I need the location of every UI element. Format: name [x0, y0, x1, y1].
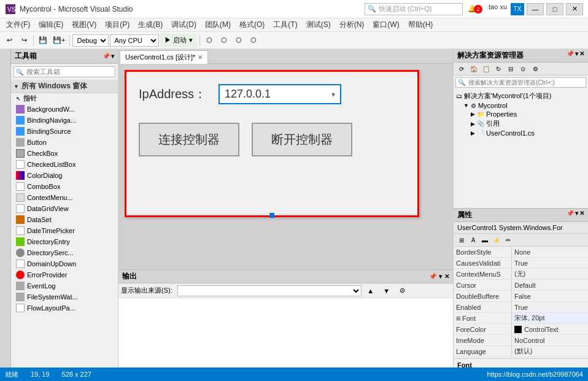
tree-item-references[interactable]: ▶ 📎 引用 [470, 118, 587, 129]
menu-analyze[interactable]: 分析(N) [336, 18, 368, 31]
toolbox-item[interactable]: BindingSource [11, 126, 118, 137]
menu-help[interactable]: 帮助(H) [404, 18, 437, 31]
tb-extra1[interactable]: ⬡ [217, 34, 231, 47]
props-category-btn[interactable]: ⊞ [456, 235, 467, 245]
sidebar-tab[interactable] [0, 49, 11, 381]
disconnect-button[interactable]: 断开控制器 [252, 123, 352, 156]
output-source-select[interactable] [177, 285, 362, 296]
toolbox-item[interactable]: ErrorProvider [11, 269, 118, 280]
toolbox-item[interactable]: DataGridView [11, 203, 118, 214]
output-menu-icon[interactable]: ▾ [439, 273, 442, 280]
output-pin-icon[interactable]: 📌 [429, 273, 436, 280]
toolbox-item[interactable]: DomainUpDown [11, 258, 118, 269]
save-all-button[interactable]: 💾+ [51, 34, 67, 47]
props-alpha-btn[interactable]: Α [468, 235, 479, 245]
toolbox-item[interactable]: DateTimePicker [11, 225, 118, 236]
toolbox-item[interactable]: FileSystemWat... [11, 291, 118, 302]
tree-item-solution[interactable]: 🗂 解决方案'Mycontrol'(1个项目) [455, 91, 587, 101]
sol-menu-icon[interactable]: ▾ [575, 50, 578, 61]
solution-search-input[interactable] [467, 78, 586, 87]
toolbox-item[interactable]: ContextMenu... [11, 192, 118, 203]
attach-button[interactable]: ⬡ [203, 34, 216, 47]
props-edit-btn[interactable]: ✏ [503, 235, 514, 245]
toolbox-item[interactable]: BindingNaviga... [11, 115, 118, 126]
maximize-button[interactable]: □ [546, 3, 563, 15]
props-close-icon[interactable]: ✕ [579, 210, 584, 220]
props-pin-icon[interactable]: 📌 [567, 210, 574, 220]
sol-filter-btn[interactable]: ⊙ [517, 64, 528, 74]
props-row-font[interactable]: ⊞ Font 宋体, 20pt [454, 313, 588, 324]
props-events-btn[interactable]: ⚡ [491, 235, 502, 245]
undo-button[interactable]: ↩ [2, 34, 16, 47]
menu-tools[interactable]: 工具(T) [269, 18, 301, 31]
toolbox-menu-icon[interactable]: ▾ [111, 53, 114, 60]
tab-close-icon[interactable]: ✕ [198, 54, 203, 61]
sol-settings-btn[interactable]: ⚙ [530, 64, 541, 74]
tab-designer[interactable]: UserControl1.cs [设计]* ✕ [120, 50, 208, 64]
user-control-designer[interactable]: IpAddress： 127.0.0.1 ▾ 连接控制器 断开控制器 [125, 70, 419, 217]
toolbox-item[interactable]: FlowLayoutPa... [11, 302, 118, 314]
toolbox-search-input[interactable] [25, 67, 115, 77]
toolbox-item[interactable]: DirectoryEntry [11, 236, 118, 247]
props-row-language[interactable]: Language (默认) [454, 346, 588, 357]
output-clear[interactable]: ⊘ [396, 284, 409, 298]
menu-edit[interactable]: 编辑(E) [35, 18, 67, 31]
close-button[interactable]: ✕ [566, 3, 583, 15]
notification-badge[interactable]: 🔔 2 [468, 3, 482, 15]
sol-collapse-btn[interactable]: ⊟ [505, 64, 516, 74]
menu-window[interactable]: 窗口(W) [369, 18, 403, 31]
toolbox-item[interactable]: CheckedListBox [11, 159, 118, 170]
platform-select[interactable]: Any CPU [110, 34, 159, 47]
menu-format[interactable]: 格式(O) [236, 18, 268, 31]
designer-area[interactable]: IpAddress： 127.0.0.1 ▾ 连接控制器 断开控制器 [118, 64, 453, 269]
menu-debug[interactable]: 调试(D) [168, 18, 200, 31]
props-row-doublebuffered[interactable]: DoubleBuffere False [454, 291, 588, 302]
sol-close-icon[interactable]: ✕ [579, 50, 584, 61]
solution-search-box[interactable]: 🔍 [455, 77, 586, 88]
toolbox-item[interactable]: EventLog [11, 280, 118, 291]
toolbox-item[interactable]: CheckBox [11, 148, 118, 159]
save-button[interactable]: 💾 [36, 34, 50, 47]
tree-item-properties[interactable]: ▶ 📁 Properties [470, 110, 587, 118]
props-row-cursor[interactable]: Cursor Default [454, 280, 588, 291]
toolbox-item[interactable]: ColorDialog [11, 170, 118, 181]
toolbox-item[interactable]: DirectorySerc... [11, 247, 118, 258]
debug-config-select[interactable]: Debug [72, 34, 109, 47]
sol-pin-icon[interactable]: 📌 [567, 50, 574, 61]
output-close-icon[interactable]: ✕ [444, 273, 449, 280]
tb-extra2[interactable]: ⬡ [232, 34, 246, 47]
menu-build[interactable]: 生成(B) [134, 18, 166, 31]
props-row-imemode[interactable]: ImeMode NoControl [454, 335, 588, 346]
props-row-enabled[interactable]: Enabled True [454, 302, 588, 313]
minimize-button[interactable]: — [527, 3, 544, 15]
props-row-forecolor[interactable]: ForeColor ControlText [454, 324, 588, 335]
redo-button[interactable]: ↪ [17, 34, 31, 47]
output-scroll-up[interactable]: ▲ [364, 284, 377, 298]
tree-item-usercontrol[interactable]: ▶ 📄 UserControl1.cs [470, 129, 587, 137]
props-props-btn[interactable]: ▬ [479, 235, 490, 245]
resize-handle[interactable] [269, 213, 274, 218]
start-button[interactable]: ▶ 启动 ▾ [160, 34, 196, 47]
sol-home-btn[interactable]: 🏠 [468, 64, 479, 74]
output-scroll-down[interactable]: ▼ [380, 284, 393, 298]
sol-props-btn[interactable]: 📋 [481, 64, 492, 74]
toolbox-section-all-windows[interactable]: ▼ 所有 Windows 窗体 [11, 80, 118, 93]
toolbox-search-box[interactable]: 🔍 [14, 66, 115, 77]
props-row-contextmenu[interactable]: ContextMenuS (无) [454, 269, 588, 280]
tree-item-project[interactable]: ▼ ⚙ Mycontrol [462, 101, 587, 110]
toolbox-item[interactable]: BackgroundW... [11, 104, 118, 115]
search-box-top[interactable]: 🔍 快速启动 (Ctrl+Q) [365, 3, 463, 15]
sol-sync-btn[interactable]: ⟳ [456, 64, 467, 74]
user-avatar[interactable]: TX [511, 3, 524, 15]
menu-test[interactable]: 测试(S) [303, 18, 335, 31]
toolbox-pin-icon[interactable]: 📌 [103, 53, 110, 60]
toolbox-item[interactable]: DataSet [11, 214, 118, 225]
sol-refresh-btn[interactable]: ↻ [493, 64, 504, 74]
menu-file[interactable]: 文件(F) [2, 18, 34, 31]
menu-view[interactable]: 视图(V) [68, 18, 100, 31]
toolbox-item[interactable]: ComboBox [11, 181, 118, 192]
ip-combobox[interactable]: 127.0.0.1 ▾ [219, 84, 341, 104]
tb-extra3[interactable]: ⬡ [247, 34, 260, 47]
props-menu-icon[interactable]: ▾ [575, 210, 578, 220]
connect-button[interactable]: 连接控制器 [139, 123, 239, 156]
